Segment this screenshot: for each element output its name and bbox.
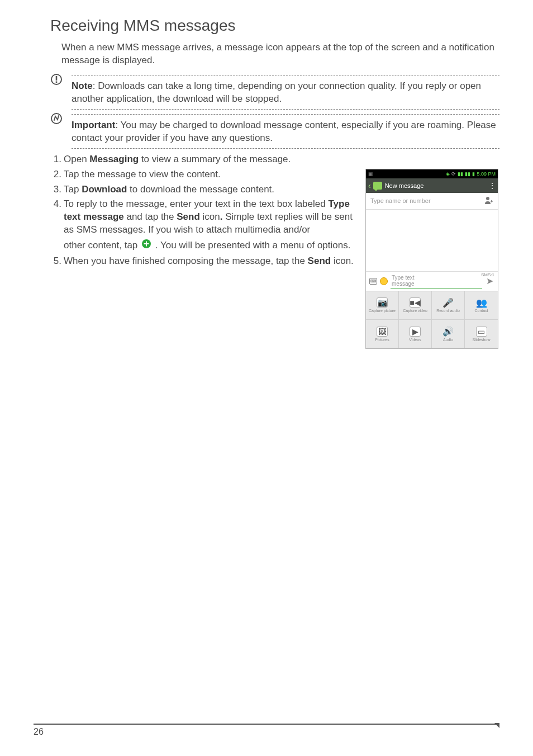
battery-icon: ▮: [472, 171, 475, 177]
signal-icon-2: ▮▮: [465, 171, 470, 177]
svg-rect-9: [491, 200, 492, 202]
step-5: 5.When you have finished composing the m…: [50, 255, 355, 268]
steps-list: 1.Open Messaging to view a summary of th…: [50, 153, 355, 349]
message-body-area: [366, 210, 498, 271]
note-icon: [50, 73, 63, 86]
camera-icon: 📷: [377, 297, 388, 308]
send-icon[interactable]: ➤: [485, 276, 494, 286]
notification-icon: ▣: [368, 171, 373, 177]
svg-rect-1: [56, 76, 58, 81]
status-bar: ▣ ◈ ⟳ ▮▮ ▮▮ ▮ 5:09 PM: [366, 169, 498, 178]
sync-icon: ⟳: [451, 171, 456, 177]
attach-capture-video[interactable]: ■◀ Capture video: [399, 291, 432, 320]
step-1: 1.Open Messaging to view a summary of th…: [50, 153, 355, 166]
videos-icon: ▶: [410, 327, 421, 337]
step-4: 4.To reply to the message, enter your te…: [50, 198, 355, 237]
screen-title: New message: [385, 182, 424, 189]
important-callout: Important: You may be charged to downloa…: [50, 114, 499, 149]
step-4-sub: other content, tap . You will be present…: [50, 239, 355, 253]
svg-rect-2: [56, 81, 58, 83]
plus-icon: [141, 239, 151, 253]
section-heading: Receiving MMS messages: [50, 17, 499, 35]
step-2: 2.Tap the message to view the content.: [50, 168, 355, 181]
attach-contact[interactable]: 👥 Contact: [465, 291, 498, 320]
message-input[interactable]: Type textmessage: [391, 274, 482, 289]
step-3: 3.Tap Download to download the message c…: [50, 183, 355, 196]
important-text: : You may be charged to download message…: [72, 120, 496, 143]
attach-pictures[interactable]: 🖼 Pictures: [366, 320, 399, 348]
signal-icon: ▮▮: [458, 171, 463, 177]
keyboard-icon[interactable]: ⌨: [369, 278, 377, 285]
attach-capture-picture[interactable]: 📷 Capture picture: [366, 291, 399, 320]
svg-point-7: [486, 197, 489, 200]
important-icon: [50, 112, 63, 125]
attach-slideshow[interactable]: ▭ Slideshow: [465, 320, 498, 348]
note-label: Note: [72, 81, 93, 91]
attach-audio[interactable]: 🔊 Audio: [432, 320, 465, 348]
messaging-icon: [373, 182, 382, 190]
wifi-icon: ◈: [446, 171, 450, 177]
note-callout: Note: Downloads can take a long time, de…: [50, 75, 499, 110]
pictures-icon: 🖼: [377, 327, 388, 337]
intro-paragraph: When a new MMS message arrives, a messag…: [61, 41, 499, 67]
overflow-menu-icon[interactable]: ⋮: [488, 181, 496, 190]
attachment-grid: 📷 Capture picture ■◀ Capture video 🎤 Rec…: [366, 291, 498, 349]
attach-videos[interactable]: ▶ Videos: [399, 320, 432, 348]
sms-counter: SMS:1: [481, 272, 494, 277]
page-footer: 26: [34, 724, 499, 737]
footer-triangle-icon: [494, 723, 499, 728]
back-icon[interactable]: ‹: [368, 181, 371, 190]
recipient-input[interactable]: Type name or number: [370, 197, 481, 204]
attach-record-audio[interactable]: 🎤 Record audio: [432, 291, 465, 320]
page-number: 26: [34, 727, 44, 736]
compose-area: SMS:1 ⌨ Type textmessage ➤: [366, 271, 498, 291]
video-camera-icon: ■◀: [410, 297, 421, 308]
clock-text: 5:09 PM: [477, 171, 496, 177]
audio-icon: 🔊: [442, 327, 454, 337]
svg-rect-6: [144, 243, 149, 244]
emoji-icon[interactable]: [380, 277, 388, 285]
title-bar: ‹ New message ⋮: [366, 178, 498, 193]
slideshow-icon: ▭: [476, 327, 487, 337]
microphone-icon: 🎤: [442, 297, 454, 308]
contact-icon: 👥: [476, 297, 487, 308]
add-contact-icon[interactable]: [484, 196, 493, 206]
note-text: : Downloads can take a long time, depend…: [72, 81, 481, 104]
important-label: Important: [72, 120, 115, 130]
phone-screenshot: ▣ ◈ ⟳ ▮▮ ▮▮ ▮ 5:09 PM ‹ New message ⋮: [365, 153, 499, 349]
